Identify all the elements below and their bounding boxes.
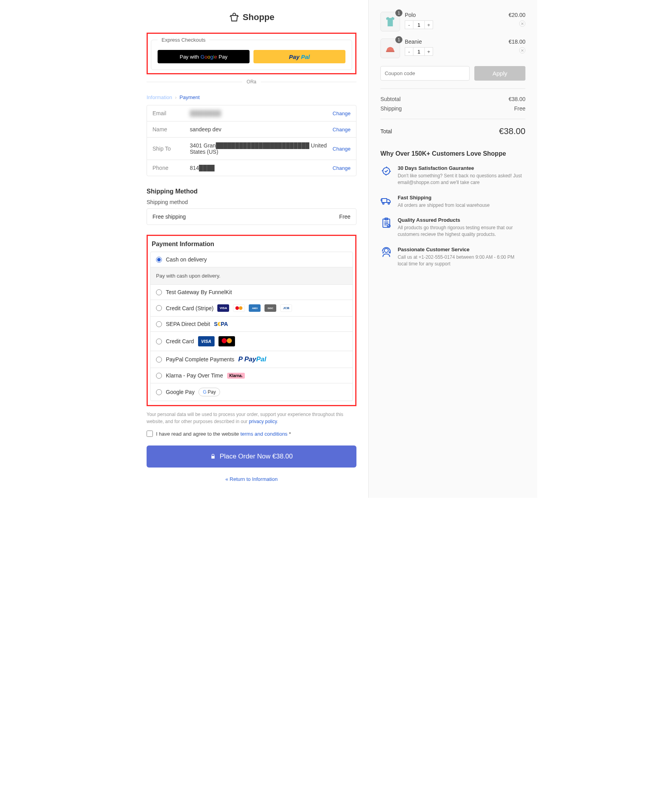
terms-link[interactable]: terms and conditions xyxy=(241,431,288,437)
pay-cod[interactable]: Cash on delivery xyxy=(151,252,353,267)
info-name-label: Name xyxy=(152,126,190,133)
benefit-guarantee: 30 Days Satisfaction GauranteeDon't like… xyxy=(380,165,525,186)
pay-paypal[interactable]: PayPal Complete Payments P PayPal xyxy=(151,351,353,368)
cart-thumb-polo: 1 xyxy=(380,12,400,31)
change-email-link[interactable]: Change xyxy=(332,110,351,116)
info-phone-label: Phone xyxy=(152,165,190,171)
svg-point-2 xyxy=(383,202,384,204)
apply-coupon-button[interactable]: Apply xyxy=(474,66,525,81)
remove-item[interactable]: ✕ xyxy=(519,47,525,53)
pay-klarna[interactable]: Klarna - Pay Over Time Klarna. xyxy=(151,368,353,383)
info-phone-value: 814████ xyxy=(190,165,332,171)
amex-icon: AMEX xyxy=(249,304,261,312)
return-link[interactable]: « Return to Information xyxy=(147,476,356,482)
love-heading: Why Over 150K+ Customers Love Shoppe xyxy=(380,150,525,157)
qty-minus[interactable]: - xyxy=(405,20,413,29)
logo: Shoppe xyxy=(147,12,356,23)
pay-gpay[interactable]: Google Pay GPay xyxy=(151,383,353,401)
payment-highlight: Payment Information Cash on delivery Pay… xyxy=(147,235,356,406)
headset-icon xyxy=(380,247,392,258)
qty-plus[interactable]: + xyxy=(424,20,433,29)
qty-stepper: - + xyxy=(405,20,504,29)
privacy-link[interactable]: privacy policy xyxy=(249,419,277,424)
remove-item[interactable]: ✕ xyxy=(519,20,525,27)
svg-point-3 xyxy=(388,202,389,204)
cart-item: 1 Polo - + €20.00 ✕ xyxy=(380,12,525,31)
qty-input[interactable] xyxy=(413,47,424,56)
place-order-button[interactable]: Place Order Now €38.00 xyxy=(147,445,356,468)
or-separator: ORa xyxy=(147,79,356,85)
shipping-heading: Shipping Method xyxy=(147,188,356,195)
cart-thumb-beanie: 1 xyxy=(380,39,400,58)
payment-options: Cash on delivery Pay with cash upon deli… xyxy=(150,252,353,401)
info-shipto-label: Ship To xyxy=(152,145,190,152)
sepa-icon: S€PA xyxy=(214,321,228,327)
paypal-icon: P PayPal xyxy=(238,355,266,363)
terms-checkbox[interactable] xyxy=(147,431,153,437)
change-name-link[interactable]: Change xyxy=(332,127,351,133)
cart-price: €18.00 xyxy=(509,39,525,45)
info-name-value: sandeep dev xyxy=(190,126,332,133)
gpay-icon: GPay xyxy=(198,388,220,396)
gpay-express-button[interactable]: Pay with GooglePay xyxy=(158,50,250,63)
privacy-note: Your personal data will be used to proce… xyxy=(147,411,356,425)
qty-input[interactable] xyxy=(413,20,424,29)
pay-stripe[interactable]: Credit Card (Stripe) VISA AMEX DISC JCB xyxy=(151,300,353,317)
express-checkout-box: Express Checkouts Pay with GooglePay Pay… xyxy=(151,37,352,70)
jcb-icon: JCB xyxy=(280,304,292,312)
crumb-payment[interactable]: Payment xyxy=(180,94,200,100)
info-email-label: Email xyxy=(152,110,190,116)
klarna-icon: Klarna. xyxy=(227,373,245,379)
total-row: Total €38.00 xyxy=(380,119,525,136)
crumb-information[interactable]: Information xyxy=(147,94,172,100)
benefit-service: Passionate Customer ServiceCall us at +1… xyxy=(380,247,525,267)
benefit-quality: Quality Assured ProductsAll products go … xyxy=(380,217,525,238)
terms-row: I have read and agree to the website ter… xyxy=(147,431,356,437)
truck-icon xyxy=(380,195,392,206)
visa-icon: VISA xyxy=(198,336,215,346)
change-shipto-link[interactable]: Change xyxy=(332,146,351,152)
cart-name: Polo xyxy=(405,12,504,18)
mastercard-icon xyxy=(233,304,245,312)
qty-plus[interactable]: + xyxy=(424,47,433,56)
pay-sepa[interactable]: SEPA Direct Debit S€PA xyxy=(151,317,353,332)
subtotal-row: Subtotal€38.00 xyxy=(380,94,525,104)
visa-icon: VISA xyxy=(217,304,229,312)
express-checkout-highlight: Express Checkouts Pay with GooglePay Pay… xyxy=(147,33,356,74)
qty-minus[interactable]: - xyxy=(405,47,413,56)
qty-stepper: - + xyxy=(405,47,504,56)
coupon-input[interactable] xyxy=(380,66,470,81)
shipping-row: ShippingFree xyxy=(380,104,525,113)
badge-icon xyxy=(380,165,392,177)
customer-info-table: Email ████████ Change Name sandeep dev C… xyxy=(147,105,356,176)
paypal-express-button[interactable]: PayPal xyxy=(253,50,345,63)
cart-name: Beanie xyxy=(405,39,504,45)
breadcrumb: Information › Payment xyxy=(147,94,356,100)
svg-rect-0 xyxy=(386,51,394,52)
pay-cc[interactable]: Credit Card VISA xyxy=(151,332,353,351)
info-shipto-value: 3401 Gran████████████████████████ United… xyxy=(190,142,332,155)
cart-item: 1 Beanie - + €18.00 ✕ xyxy=(380,39,525,58)
payment-heading: Payment Information xyxy=(152,241,351,248)
pay-test-gateway[interactable]: Test Gateway By FunnelKit xyxy=(151,285,353,300)
discover-icon: DISC xyxy=(264,304,276,312)
express-legend: Express Checkouts xyxy=(158,37,209,43)
info-email-value: ████████ xyxy=(190,110,332,116)
clipboard-icon xyxy=(380,217,392,229)
change-phone-link[interactable]: Change xyxy=(332,165,351,171)
pay-cod-desc: Pay with cash upon delivery. xyxy=(151,267,353,285)
shipping-option: Free shipping Free xyxy=(147,208,356,225)
shipping-sub: Shipping method xyxy=(147,199,356,205)
svg-point-7 xyxy=(384,249,388,252)
mastercard-icon xyxy=(218,336,235,346)
lock-icon xyxy=(210,454,216,459)
benefit-shipping: Fast ShippingAll orders are shipped from… xyxy=(380,195,525,209)
cart-price: €20.00 xyxy=(509,12,525,18)
